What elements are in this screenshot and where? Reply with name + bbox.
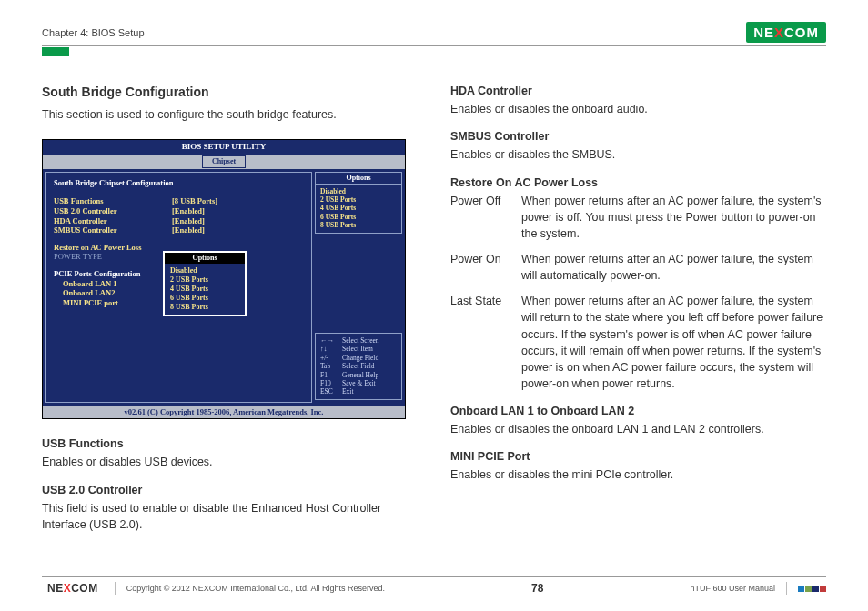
bios-row-label: USB 2.0 Controller <box>54 206 172 216</box>
section-intro: This section is used to configure the so… <box>42 106 418 123</box>
brand-logo: NEXCOM <box>746 22 826 43</box>
bios-hint-desc: Select Field <box>342 362 375 370</box>
bios-popup-option: 8 USB Ports <box>170 303 239 312</box>
subheading: MINI PCIE Port <box>450 448 826 465</box>
logo-pre: NE <box>47 582 64 595</box>
subheading: SMBUS Controller <box>450 128 826 145</box>
bios-popup-option: 6 USB Ports <box>170 294 239 303</box>
bios-hint-key: ↑↓ <box>320 345 342 353</box>
manual-name: nTUF 600 User Manual <box>690 584 775 593</box>
footer-copyright: Copyright © 2012 NEXCOM International Co… <box>126 584 385 593</box>
subheading: USB Functions <box>42 436 418 452</box>
bios-hint-desc: Select Item <box>342 345 373 353</box>
bios-popup-heading: Options <box>165 253 245 264</box>
footer-logo: NEXCOM <box>42 580 104 596</box>
footer-flags-icon <box>798 586 826 592</box>
logo-post: COM <box>71 582 98 595</box>
bios-hint-desc: Change Field <box>342 354 378 362</box>
bios-popup-option: Disabled <box>170 266 239 275</box>
bios-row-value: [8 USB Ports] <box>172 196 217 206</box>
bios-side-opt: 4 USB Ports <box>320 204 397 212</box>
bios-row-label: POWER TYPE <box>54 252 172 262</box>
definition-desc: When power returns after an AC power fai… <box>521 251 826 284</box>
paragraph: Enables or disables the onboard LAN 1 an… <box>450 421 826 437</box>
chapter-color-tab <box>42 47 69 56</box>
bios-row-label: Restore on AC Power Loss <box>54 243 172 253</box>
bios-hint-desc: Select Screen <box>342 336 379 345</box>
paragraph: This field is used to enable or disable … <box>42 500 418 533</box>
bios-hint-desc: Exit <box>342 387 354 396</box>
bios-side-opt: 6 USB Ports <box>320 213 397 221</box>
bios-hint-key: ESC <box>320 387 342 396</box>
paragraph: Enables or disables the mini PCIe contro… <box>450 466 826 483</box>
bios-copyright: v02.61 (C) Copyright 1985-2006, American… <box>43 406 405 419</box>
subheading: HDA Controller <box>450 83 826 99</box>
bios-tabbar: Chipset <box>43 155 405 169</box>
definition-row: Power On When power returns after an AC … <box>450 251 826 284</box>
definition-row: Last State When power returns after an A… <box>450 293 826 392</box>
bios-side-opt: Disabled <box>320 187 397 195</box>
bios-row-value: [Enabled] <box>172 216 205 226</box>
paragraph: Enables or disables the SMBUS. <box>450 146 826 163</box>
bios-row-label: USB Functions <box>54 196 172 206</box>
bios-popup-option: 2 USB Ports <box>170 275 239 285</box>
bios-options-popup: Options Disabled 2 USB Ports 4 USB Ports… <box>163 251 247 316</box>
bios-row-label: SMBUS Controller <box>54 225 172 235</box>
bios-hint-desc: General Help <box>342 371 378 379</box>
subheading: USB 2.0 Controller <box>42 482 418 498</box>
bios-section-heading: South Bridge Chipset Configuration <box>54 178 304 188</box>
section-title: South Bridge Configuration <box>42 83 418 101</box>
bios-hint-key: ←→ <box>320 336 342 345</box>
bios-side-options: Disabled 2 USB Ports 4 USB Ports 6 USB P… <box>315 184 402 234</box>
definition-desc: When power returns after an AC power fai… <box>521 293 826 392</box>
definition-term: Power On <box>450 251 521 284</box>
paragraph: Enables or disables USB devices. <box>42 454 418 470</box>
bios-screenshot: BIOS SETUP UTILITY Chipset South Bridge … <box>42 139 406 419</box>
subheading: Restore On AC Power Loss <box>450 175 826 191</box>
bios-row-label: HDA Controller <box>54 216 172 226</box>
bios-side-opt: 2 USB Ports <box>320 195 397 204</box>
bios-hint-key: Tab <box>320 362 342 370</box>
logo-pre: NE <box>753 25 774 40</box>
bios-hints: ←→Select Screen ↑↓Select Item +/-Change … <box>315 333 402 400</box>
bios-hint-key: F1 <box>320 371 342 379</box>
definition-desc: When power returns after an AC power fai… <box>521 193 826 242</box>
definition-term: Power Off <box>450 193 521 242</box>
logo-x: X <box>774 25 784 40</box>
definition-row: Power Off When power returns after an AC… <box>450 193 826 242</box>
logo-post: COM <box>784 25 819 40</box>
bios-hint-key: +/- <box>320 354 342 362</box>
bios-title: BIOS SETUP UTILITY <box>43 140 405 154</box>
bios-row-value: [Enabled] <box>172 206 205 216</box>
bios-popup-option: 4 USB Ports <box>170 285 239 294</box>
bios-side-opt: 8 USB Ports <box>320 221 397 229</box>
bios-hint-key: F10 <box>320 379 342 387</box>
bios-side-heading: Options <box>315 172 402 184</box>
definition-term: Last State <box>450 293 521 392</box>
logo-x: X <box>64 582 72 595</box>
bios-hint-desc: Save & Exit <box>342 379 376 387</box>
paragraph: Enables or disables the onboard audio. <box>450 101 826 117</box>
bios-tab-chipset: Chipset <box>202 155 246 168</box>
chapter-label: Chapter 4: BIOS Setup <box>42 27 145 38</box>
bios-row-value: [Enabled] <box>172 225 205 235</box>
page-number: 78 <box>531 582 543 595</box>
subheading: Onboard LAN 1 to Onboard LAN 2 <box>450 403 826 419</box>
